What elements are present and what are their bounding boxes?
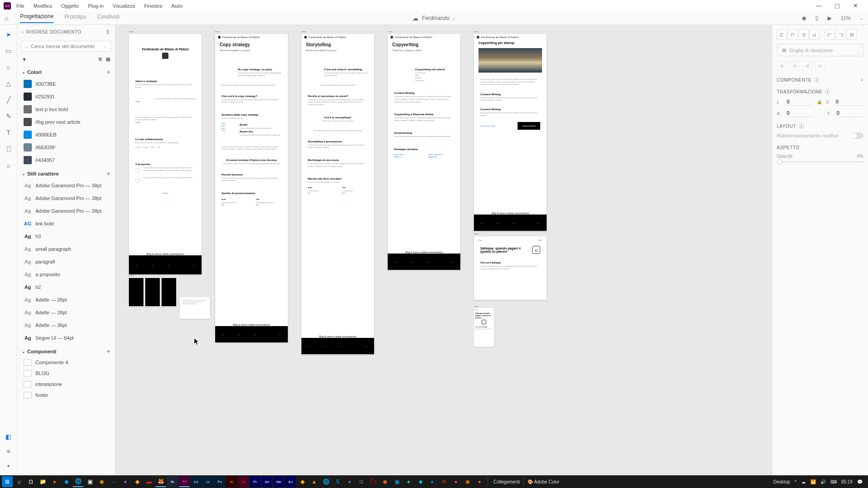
export-icon[interactable]: ⇪ bbox=[105, 29, 111, 35]
app-icon[interactable]: ● bbox=[120, 476, 131, 487]
opacity-slider[interactable] bbox=[777, 161, 863, 162]
artboard-card[interactable] bbox=[180, 297, 210, 319]
id-icon[interactable]: Id bbox=[238, 476, 249, 487]
lrc-icon[interactable]: Lrc bbox=[191, 476, 202, 487]
align-top-icon[interactable]: ⊔ bbox=[809, 29, 819, 39]
task-view-icon[interactable]: ⊡ bbox=[25, 476, 36, 487]
char-style-item[interactable]: AgAdobe Garamond Pro — 38pt bbox=[17, 179, 115, 192]
app-icon[interactable]: ⊙ bbox=[356, 476, 367, 487]
artboard-handle[interactable]: ••• bbox=[129, 29, 134, 34]
skype-icon[interactable]: S bbox=[332, 476, 343, 487]
zoom-chevron-icon[interactable]: ⌄ bbox=[860, 16, 863, 20]
notifications-icon[interactable]: 💬 bbox=[857, 479, 863, 484]
info-icon[interactable]: i bbox=[825, 89, 830, 94]
color-item[interactable]: #0073BE bbox=[17, 78, 115, 90]
search-input[interactable] bbox=[31, 44, 101, 49]
layers-panel-icon[interactable]: ≡ bbox=[5, 447, 13, 455]
close-button[interactable]: ✕ bbox=[846, 2, 864, 9]
onedrive-icon[interactable]: ☁ bbox=[801, 479, 806, 484]
artboard-satispay-mobile[interactable]: ••• Prev Satispay quando pagare è quasi … bbox=[474, 308, 494, 347]
artboard-tool[interactable]: ⎕ bbox=[5, 145, 13, 153]
app-icon[interactable]: ◉ bbox=[380, 476, 390, 487]
menu-help[interactable]: Aiuto bbox=[171, 3, 182, 9]
home-icon[interactable]: ⌂ bbox=[5, 15, 14, 22]
ai-icon[interactable]: Ai bbox=[226, 476, 237, 487]
app-icon[interactable]: ▬ bbox=[143, 476, 154, 487]
bool-subtract-icon[interactable]: ⊖ bbox=[789, 61, 799, 71]
text-tool[interactable]: T bbox=[5, 128, 13, 137]
search-icon[interactable]: ⌕ bbox=[14, 476, 25, 487]
distribute-v-icon[interactable]: ⫎ bbox=[836, 29, 846, 39]
zoom-tool[interactable]: ⌕ bbox=[5, 161, 13, 169]
vscode-icon[interactable]: ⟐ bbox=[108, 476, 119, 487]
app-icon[interactable]: ● bbox=[403, 476, 414, 487]
char-style-item[interactable]: AgAdelle — 28pt bbox=[17, 306, 115, 319]
add-component-icon[interactable]: + bbox=[861, 78, 863, 83]
clock[interactable]: 05:19 bbox=[841, 479, 853, 484]
app-icon[interactable]: ▣ bbox=[391, 476, 402, 487]
app-icon[interactable]: ✉ bbox=[439, 476, 449, 487]
artboard-copywriting[interactable]: ••• Ferdinando de Blasio di Palizzi Copy… bbox=[388, 34, 460, 270]
line-tool[interactable]: ╱ bbox=[5, 96, 13, 104]
add-style-icon[interactable]: + bbox=[107, 170, 110, 177]
color-item[interactable]: #bg prev next article bbox=[17, 116, 115, 128]
artboard-handle[interactable]: ••• bbox=[474, 29, 479, 34]
menu-file[interactable]: File bbox=[16, 3, 25, 9]
color-item[interactable]: #6E828F bbox=[17, 141, 115, 154]
distribute-h-icon[interactable]: ⫍ bbox=[825, 29, 835, 39]
align-left-icon[interactable]: ⊏ bbox=[777, 29, 787, 39]
polygon-tool[interactable]: △ bbox=[5, 79, 13, 88]
volume-icon[interactable]: 🔊 bbox=[820, 479, 826, 484]
assets-search[interactable]: ⌕ ⌄ bbox=[21, 41, 111, 52]
color-item[interactable]: #008EEB bbox=[17, 128, 115, 141]
filter-icon[interactable]: ▼ bbox=[22, 57, 27, 62]
artboard-storytelling[interactable]: ••• Ferdinando de Blasio di Palizzi Stor… bbox=[301, 34, 374, 354]
color-item[interactable]: #252931 bbox=[17, 90, 115, 103]
char-style-item[interactable]: Agh2 bbox=[17, 281, 115, 293]
ps-icon[interactable]: Ps bbox=[214, 476, 225, 487]
artboard-mobile-3[interactable] bbox=[162, 278, 176, 306]
blender-icon[interactable]: ◉ bbox=[462, 476, 473, 487]
artboard-handle[interactable]: ••• bbox=[301, 29, 306, 34]
artboard-handle[interactable]: ••• bbox=[474, 304, 479, 308]
chrome-icon[interactable]: 🌐 bbox=[321, 476, 331, 487]
info-icon[interactable]: i bbox=[799, 123, 804, 129]
color-item[interactable]: text p box bold bbox=[17, 103, 115, 116]
color-item[interactable]: #434957 bbox=[17, 154, 115, 166]
artboard-home[interactable]: ••• Ferdinando de Blasio di Palizzi Valo… bbox=[129, 34, 202, 274]
char-style-item[interactable]: AgAdobe Garamond Pro — 38pt bbox=[17, 205, 115, 217]
zoom-level[interactable]: 11% bbox=[841, 15, 851, 21]
mode-prototype[interactable]: Prototipo bbox=[64, 14, 86, 23]
bool-add-icon[interactable]: ⊕ bbox=[777, 61, 787, 71]
char-styles-section[interactable]: ⌄ Stili carattere + bbox=[17, 166, 115, 179]
app-icon[interactable]: ● bbox=[49, 476, 60, 487]
me-icon[interactable]: Me bbox=[273, 476, 284, 487]
y-input[interactable] bbox=[836, 109, 863, 117]
assets-panel-icon[interactable]: ◧ bbox=[5, 433, 13, 441]
ellipse-tool[interactable]: ○ bbox=[5, 63, 13, 71]
char-style-item[interactable]: Agh3 bbox=[17, 230, 115, 243]
play-icon[interactable]: ▶ bbox=[828, 15, 832, 21]
firefox-icon[interactable]: 🦊 bbox=[155, 476, 166, 487]
app-icon[interactable]: ● bbox=[474, 476, 485, 487]
list-view-icon[interactable]: ≣ bbox=[98, 56, 102, 62]
add-component-icon[interactable]: + bbox=[107, 348, 110, 355]
ae-icon[interactable]: Ae bbox=[261, 476, 272, 487]
document-name[interactable]: ☁ Ferdinando ⌄ bbox=[412, 15, 456, 22]
app-icon[interactable]: ◆ bbox=[415, 476, 426, 487]
width-input[interactable] bbox=[786, 98, 813, 106]
lock-icon[interactable]: 🔒 bbox=[817, 99, 822, 104]
artboard-startup[interactable]: ••• Ferdinando de Blasio di Palizzi Copy… bbox=[474, 34, 547, 231]
char-style-item[interactable]: AgSegoe UI — 64pt bbox=[17, 332, 115, 344]
repeat-grid-button[interactable]: ▦ Griglia di ripetizione bbox=[777, 44, 863, 56]
device-preview-icon[interactable]: ▯ bbox=[815, 15, 819, 21]
app-icon[interactable]: ◆ bbox=[132, 476, 143, 487]
responsive-toggle[interactable] bbox=[851, 132, 863, 139]
app-icon[interactable]: ◆ bbox=[61, 476, 72, 487]
artboard-handle[interactable]: ••• bbox=[388, 29, 393, 34]
component-item[interactable]: intestazione bbox=[17, 379, 115, 390]
xd-icon[interactable]: Xd bbox=[179, 476, 190, 487]
vlc-icon[interactable]: ▲ bbox=[309, 476, 320, 487]
component-item[interactable]: BLOG bbox=[17, 368, 115, 379]
chevron-down-icon[interactable]: ⌄ bbox=[104, 44, 107, 49]
